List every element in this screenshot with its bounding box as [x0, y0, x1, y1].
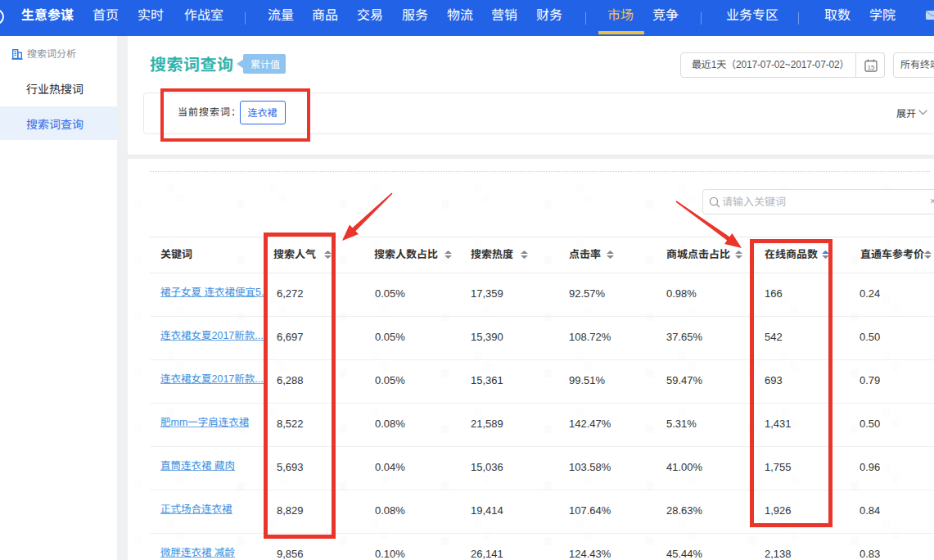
- svg-text:15: 15: [868, 64, 875, 71]
